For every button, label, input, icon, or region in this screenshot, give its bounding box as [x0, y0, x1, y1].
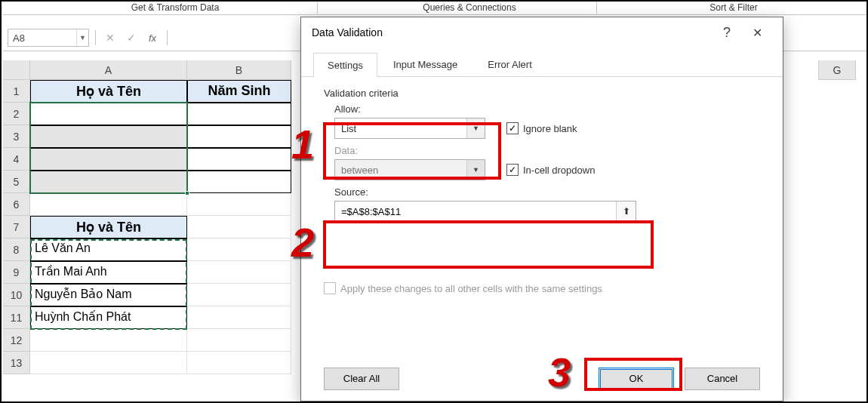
ribbon-group-sort-filter: Sort & Filter — [658, 2, 809, 13]
cell-b10[interactable] — [187, 284, 291, 306]
data-dropdown: between ▼ — [334, 159, 485, 180]
ignore-blank-label: Ignore blank — [523, 123, 577, 134]
row-header-12[interactable]: 12 — [3, 329, 30, 352]
insert-function-icon[interactable]: fx — [144, 29, 161, 46]
row-header-6[interactable]: 6 — [3, 193, 30, 216]
column-header-b[interactable]: B — [187, 60, 291, 80]
clear-all-button[interactable]: Clear All — [324, 368, 399, 390]
column-header-a[interactable]: A — [30, 60, 187, 80]
cell-a9[interactable]: Trần Mai Anh — [30, 261, 187, 284]
cell-a13[interactable] — [30, 352, 187, 374]
ribbon-group-get-transform: Get & Transform Data — [77, 2, 273, 13]
cell-b7[interactable] — [187, 216, 291, 238]
cell-a5[interactable] — [30, 171, 187, 193]
cell-b6[interactable] — [187, 193, 291, 216]
data-value: between — [335, 165, 466, 176]
select-all-corner[interactable] — [3, 60, 30, 80]
allow-value: List — [335, 123, 466, 134]
cell-b12[interactable] — [187, 329, 291, 352]
cell-b3[interactable] — [187, 125, 291, 148]
row-header-5[interactable]: 5 — [3, 171, 30, 193]
dialog-help-icon[interactable]: ? — [712, 25, 742, 41]
row-header-8[interactable]: 8 — [3, 238, 30, 261]
apply-all-checkbox: Apply these changes to all other cells w… — [324, 282, 760, 294]
range-select-icon[interactable]: ⬆ — [616, 202, 636, 221]
row-header-7[interactable]: 7 — [3, 216, 30, 238]
dialog-title: Data Validation — [312, 26, 712, 38]
chevron-down-icon: ▼ — [466, 118, 485, 138]
tab-error-alert[interactable]: Error Alert — [473, 52, 546, 76]
ok-button[interactable]: OK — [599, 368, 674, 390]
name-box-value: A8 — [8, 32, 76, 44]
formula-enter-icon: ✓ — [123, 29, 140, 46]
chevron-down-icon: ▼ — [466, 160, 485, 180]
cell-a12[interactable] — [30, 329, 187, 352]
name-box-dropdown-icon[interactable]: ▼ — [76, 29, 88, 46]
dialog-close-icon[interactable]: ✕ — [742, 26, 772, 40]
cell-a2[interactable] — [30, 103, 187, 125]
row-header-9[interactable]: 9 — [3, 261, 30, 284]
cell-b13[interactable] — [187, 352, 291, 374]
cell-a6[interactable] — [30, 193, 187, 216]
row-header-4[interactable]: 4 — [3, 148, 30, 171]
tab-input-message[interactable]: Input Message — [379, 52, 472, 76]
name-box[interactable]: A8 ▼ — [8, 29, 89, 47]
cell-a10[interactable]: Nguyễn Bảo Nam — [30, 284, 187, 306]
row-header-3[interactable]: 3 — [3, 125, 30, 148]
data-label: Data: — [334, 145, 760, 156]
row-header-10[interactable]: 10 — [3, 284, 30, 306]
row-header-11[interactable]: 11 — [3, 306, 30, 329]
cell-a4[interactable] — [30, 148, 187, 171]
cell-b1[interactable]: Năm Sinh — [187, 80, 291, 103]
checkbox-empty-icon — [324, 282, 336, 294]
ignore-blank-checkbox[interactable]: ✓ Ignore blank — [506, 122, 577, 134]
source-label: Source: — [334, 186, 760, 198]
column-header-g[interactable]: G — [818, 60, 856, 80]
tab-settings[interactable]: Settings — [313, 53, 377, 77]
dialog-tabs: Settings Input Message Error Alert — [301, 48, 783, 77]
cell-b11[interactable] — [187, 306, 291, 329]
cell-a7[interactable]: Họ và Tên — [30, 216, 187, 238]
checkmark-icon: ✓ — [506, 164, 519, 176]
in-cell-dropdown-label: In-cell dropdown — [523, 165, 595, 176]
ribbon-group-labels: Get & Transform Data Queries & Connectio… — [2, 2, 868, 15]
apply-all-label: Apply these changes to all other cells w… — [340, 283, 602, 294]
cell-a1[interactable]: Họ và Tên — [30, 80, 187, 103]
cancel-button[interactable]: Cancel — [685, 368, 760, 390]
source-field[interactable] — [335, 206, 616, 217]
cell-a3[interactable] — [30, 125, 187, 148]
source-input[interactable]: ⬆ — [334, 201, 636, 222]
allow-dropdown[interactable]: List ▼ — [334, 118, 485, 139]
dialog-titlebar[interactable]: Data Validation ? ✕ — [301, 17, 783, 48]
cell-b9[interactable] — [187, 261, 291, 284]
checkmark-icon: ✓ — [506, 122, 519, 134]
ribbon-group-queries: Queries & Connections — [371, 2, 568, 13]
row-header-2[interactable]: 2 — [3, 103, 30, 125]
validation-criteria-label: Validation criteria — [324, 88, 760, 99]
data-validation-dialog: Data Validation ? ✕ Settings Input Messa… — [300, 17, 783, 401]
cell-b4[interactable] — [187, 148, 291, 171]
cell-b2[interactable] — [187, 103, 291, 125]
row-header-13[interactable]: 13 — [3, 352, 30, 374]
cell-a8[interactable]: Lê Văn An — [30, 238, 187, 261]
formula-cancel-icon: ✕ — [102, 29, 119, 46]
cell-a11[interactable]: Huỳnh Chấn Phát — [30, 306, 187, 329]
allow-label: Allow: — [334, 103, 760, 115]
cell-b5[interactable] — [187, 171, 291, 193]
cell-b8[interactable] — [187, 238, 291, 261]
row-header-1[interactable]: 1 — [3, 80, 30, 103]
in-cell-dropdown-checkbox[interactable]: ✓ In-cell dropdown — [506, 164, 595, 176]
